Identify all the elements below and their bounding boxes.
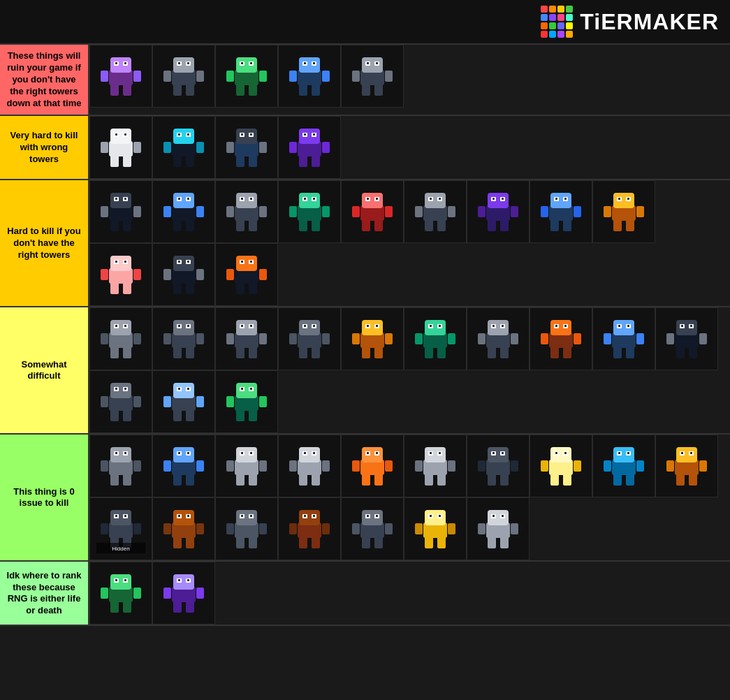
svg-rect-324: [196, 396, 204, 407]
svg-rect-9: [124, 62, 126, 64]
tier-items-e: [89, 562, 730, 625]
svg-rect-219: [124, 325, 126, 327]
svg-rect-139: [376, 198, 378, 200]
svg-rect-455: [163, 523, 171, 534]
svg-rect-184: [133, 269, 141, 280]
svg-rect-525: [163, 588, 171, 599]
logo-cell-0: [541, 6, 548, 13]
svg-rect-29: [250, 62, 252, 64]
svg-rect-158: [492, 198, 495, 200]
svg-rect-409: [502, 452, 504, 454]
svg-rect-133: [352, 206, 360, 217]
tier-label-e: Idk where to rank these because RNG is e…: [0, 562, 89, 625]
svg-rect-373: [289, 460, 297, 472]
svg-rect-516: [133, 588, 141, 599]
svg-rect-419: [564, 452, 567, 454]
tier-label-b: Hard to kill if you don't have the right…: [0, 180, 89, 306]
svg-rect-164: [574, 206, 581, 217]
tier-item: [341, 307, 404, 370]
tier-item: [278, 435, 341, 497]
svg-rect-395: [425, 447, 446, 462]
tier-item: [278, 497, 341, 560]
tier-item: [89, 180, 152, 243]
tier-item: [152, 180, 215, 243]
svg-rect-265: [425, 320, 446, 335]
svg-rect-486: [385, 523, 393, 534]
svg-rect-193: [163, 269, 171, 280]
svg-rect-114: [259, 206, 267, 217]
svg-rect-283: [541, 333, 548, 344]
svg-rect-75: [236, 129, 257, 144]
svg-rect-328: [178, 388, 180, 390]
logo-cell-7: [566, 14, 573, 21]
tier-item: [530, 180, 592, 243]
svg-rect-83: [289, 142, 297, 153]
svg-rect-175: [613, 193, 634, 208]
svg-rect-69: [187, 133, 189, 136]
tiermaker-logo: TiERMAKER: [541, 6, 719, 38]
svg-rect-24: [259, 71, 267, 82]
svg-rect-78: [241, 133, 243, 136]
svg-rect-229: [187, 325, 189, 327]
svg-rect-119: [250, 198, 252, 200]
svg-rect-305: [676, 320, 697, 335]
tier-item: [215, 370, 278, 433]
svg-rect-63: [163, 142, 171, 153]
svg-rect-209: [250, 261, 252, 263]
logo-cell-3: [566, 6, 573, 13]
tier-item: [215, 116, 278, 179]
svg-rect-154: [511, 206, 518, 217]
svg-rect-365: [236, 447, 257, 462]
svg-rect-475: [289, 523, 297, 534]
svg-rect-335: [236, 383, 257, 398]
svg-rect-515: [101, 588, 108, 599]
svg-rect-490: [367, 515, 369, 517]
svg-rect-339: [250, 388, 252, 390]
svg-rect-418: [555, 452, 557, 454]
svg-rect-444: [133, 523, 141, 534]
tier-item: [592, 180, 655, 243]
svg-rect-408: [492, 452, 495, 454]
svg-rect-304: [699, 333, 707, 344]
svg-rect-423: [604, 460, 611, 472]
svg-rect-299: [627, 325, 629, 327]
svg-rect-128: [304, 198, 306, 200]
svg-rect-138: [367, 198, 369, 200]
tier-items-c: [89, 307, 730, 433]
svg-rect-173: [604, 206, 611, 217]
svg-rect-108: [178, 198, 180, 200]
svg-rect-238: [241, 325, 243, 327]
svg-rect-268: [430, 325, 432, 327]
svg-rect-168: [555, 198, 557, 200]
svg-rect-155: [488, 193, 509, 208]
svg-rect-319: [124, 388, 126, 390]
tier-item: [278, 45, 341, 108]
svg-rect-93: [101, 206, 108, 217]
svg-rect-98: [115, 198, 117, 200]
tier-item: [215, 435, 278, 497]
svg-rect-433: [666, 460, 674, 472]
svg-rect-199: [187, 261, 189, 263]
tier-item: [341, 180, 404, 243]
svg-rect-255: [362, 320, 383, 335]
svg-rect-323: [163, 396, 171, 407]
svg-rect-58: [115, 133, 117, 136]
svg-rect-53: [101, 142, 108, 153]
svg-rect-344: [133, 460, 141, 472]
svg-rect-134: [385, 206, 393, 217]
svg-rect-124: [322, 206, 330, 217]
svg-rect-248: [304, 325, 306, 327]
logo-cell-2: [557, 6, 564, 13]
svg-rect-359: [187, 452, 189, 454]
svg-rect-343: [101, 460, 108, 472]
logo-cell-12: [541, 31, 548, 38]
tier-item: [467, 497, 530, 560]
tier-label-c: Somewhat difficult: [0, 307, 89, 433]
tier-item: [530, 307, 592, 370]
tier-item: [592, 307, 655, 370]
svg-rect-35: [299, 57, 320, 73]
svg-rect-470: [241, 515, 243, 517]
svg-rect-99: [124, 198, 126, 200]
svg-rect-355: [173, 447, 194, 462]
tier-item: [89, 435, 152, 497]
